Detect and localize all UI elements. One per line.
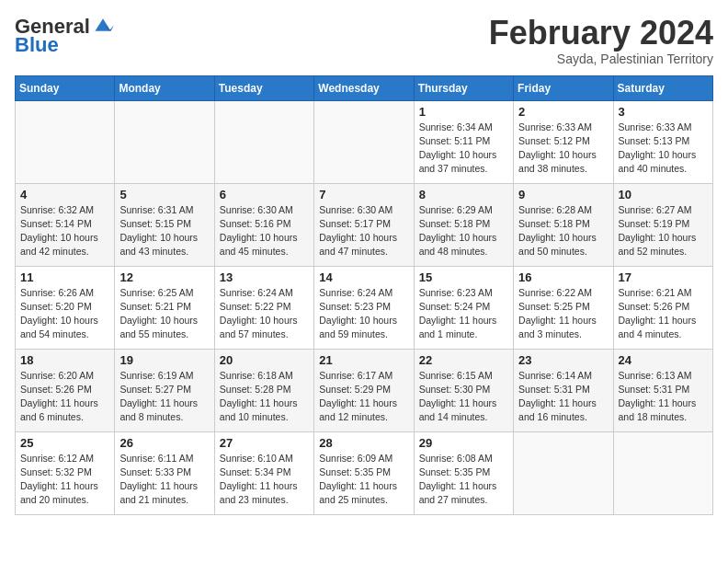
day-info: Sunrise: 6:21 AM Sunset: 5:26 PM Dayligh… bbox=[619, 286, 708, 342]
day-number: 13 bbox=[220, 270, 309, 284]
day-number: 21 bbox=[319, 353, 408, 367]
day-number: 28 bbox=[319, 436, 408, 450]
day-info: Sunrise: 6:29 AM Sunset: 5:18 PM Dayligh… bbox=[419, 203, 508, 259]
calendar-cell bbox=[214, 100, 313, 183]
day-number: 29 bbox=[419, 436, 508, 450]
day-number: 4 bbox=[20, 188, 109, 201]
day-info: Sunrise: 6:24 AM Sunset: 5:23 PM Dayligh… bbox=[319, 286, 408, 342]
day-info: Sunrise: 6:28 AM Sunset: 5:18 PM Dayligh… bbox=[518, 203, 608, 259]
calendar-cell: 10Sunrise: 6:27 AM Sunset: 5:19 PM Dayli… bbox=[613, 183, 712, 266]
day-info: Sunrise: 6:33 AM Sunset: 5:12 PM Dayligh… bbox=[518, 121, 608, 177]
calendar-cell: 13Sunrise: 6:24 AM Sunset: 5:22 PM Dayli… bbox=[214, 266, 313, 349]
calendar-table: SundayMondayTuesdayWednesdayThursdayFrid… bbox=[15, 75, 713, 515]
calendar-cell: 12Sunrise: 6:25 AM Sunset: 5:21 PM Dayli… bbox=[115, 266, 214, 349]
calendar-cell: 22Sunrise: 6:15 AM Sunset: 5:30 PM Dayli… bbox=[414, 349, 513, 431]
calendar-cell: 9Sunrise: 6:28 AM Sunset: 5:18 PM Daylig… bbox=[514, 183, 613, 266]
day-info: Sunrise: 6:27 AM Sunset: 5:19 PM Dayligh… bbox=[619, 203, 708, 259]
calendar-cell: 23Sunrise: 6:14 AM Sunset: 5:31 PM Dayli… bbox=[514, 349, 613, 431]
calendar-cell: 20Sunrise: 6:18 AM Sunset: 5:28 PM Dayli… bbox=[214, 349, 313, 431]
calendar-cell: 5Sunrise: 6:31 AM Sunset: 5:15 PM Daylig… bbox=[115, 183, 214, 266]
calendar-cell: 18Sunrise: 6:20 AM Sunset: 5:26 PM Dayli… bbox=[16, 349, 115, 431]
title-area: February 2024 Sayda, Palestinian Territo… bbox=[489, 15, 713, 66]
day-info: Sunrise: 6:20 AM Sunset: 5:26 PM Dayligh… bbox=[20, 369, 109, 425]
calendar-cell: 17Sunrise: 6:21 AM Sunset: 5:26 PM Dayli… bbox=[613, 266, 712, 349]
month-title: February 2024 bbox=[489, 15, 713, 52]
dow-header-friday: Friday bbox=[514, 75, 613, 100]
location-subtitle: Sayda, Palestinian Territory bbox=[489, 52, 713, 66]
day-number: 26 bbox=[119, 436, 209, 450]
day-number: 22 bbox=[419, 353, 508, 367]
day-number: 15 bbox=[419, 270, 508, 284]
day-info: Sunrise: 6:19 AM Sunset: 5:27 PM Dayligh… bbox=[119, 369, 209, 425]
day-number: 5 bbox=[119, 188, 209, 201]
calendar-cell: 26Sunrise: 6:11 AM Sunset: 5:33 PM Dayli… bbox=[115, 431, 214, 514]
logo-icon bbox=[92, 17, 114, 33]
day-info: Sunrise: 6:30 AM Sunset: 5:17 PM Dayligh… bbox=[319, 203, 408, 259]
dow-header-thursday: Thursday bbox=[414, 75, 513, 100]
day-number: 3 bbox=[619, 105, 708, 119]
day-number: 16 bbox=[518, 270, 608, 284]
calendar-cell: 16Sunrise: 6:22 AM Sunset: 5:25 PM Dayli… bbox=[514, 266, 613, 349]
calendar-cell bbox=[115, 100, 214, 183]
calendar-cell: 6Sunrise: 6:30 AM Sunset: 5:16 PM Daylig… bbox=[214, 183, 313, 266]
day-info: Sunrise: 6:24 AM Sunset: 5:22 PM Dayligh… bbox=[220, 286, 309, 342]
calendar-cell: 3Sunrise: 6:33 AM Sunset: 5:13 PM Daylig… bbox=[613, 100, 712, 183]
dow-header-monday: Monday bbox=[115, 75, 214, 100]
day-number: 27 bbox=[220, 436, 309, 450]
day-number: 8 bbox=[419, 188, 508, 201]
day-number: 1 bbox=[419, 105, 508, 119]
day-info: Sunrise: 6:12 AM Sunset: 5:32 PM Dayligh… bbox=[20, 452, 109, 508]
day-info: Sunrise: 6:18 AM Sunset: 5:28 PM Dayligh… bbox=[220, 369, 309, 425]
day-info: Sunrise: 6:09 AM Sunset: 5:35 PM Dayligh… bbox=[319, 452, 408, 508]
day-number: 2 bbox=[518, 105, 608, 119]
calendar-cell: 14Sunrise: 6:24 AM Sunset: 5:23 PM Dayli… bbox=[314, 266, 414, 349]
calendar-cell: 7Sunrise: 6:30 AM Sunset: 5:17 PM Daylig… bbox=[314, 183, 414, 266]
day-number: 10 bbox=[619, 188, 708, 201]
calendar-cell bbox=[514, 431, 613, 514]
day-info: Sunrise: 6:25 AM Sunset: 5:21 PM Dayligh… bbox=[119, 286, 209, 342]
calendar-cell: 2Sunrise: 6:33 AM Sunset: 5:12 PM Daylig… bbox=[514, 100, 613, 183]
day-number: 6 bbox=[220, 188, 309, 201]
day-info: Sunrise: 6:11 AM Sunset: 5:33 PM Dayligh… bbox=[119, 452, 209, 508]
calendar-cell bbox=[613, 431, 712, 514]
calendar-cell bbox=[16, 100, 115, 183]
calendar-cell bbox=[314, 100, 414, 183]
day-info: Sunrise: 6:22 AM Sunset: 5:25 PM Dayligh… bbox=[518, 286, 608, 342]
dow-header-sunday: Sunday bbox=[16, 75, 115, 100]
day-info: Sunrise: 6:34 AM Sunset: 5:11 PM Dayligh… bbox=[419, 121, 508, 177]
logo-blue-text: Blue bbox=[15, 33, 59, 57]
day-number: 9 bbox=[518, 188, 608, 201]
day-number: 17 bbox=[619, 270, 708, 284]
page-header: General Blue February 2024 Sayda, Palest… bbox=[15, 15, 713, 66]
dow-header-tuesday: Tuesday bbox=[214, 75, 313, 100]
calendar-cell: 24Sunrise: 6:13 AM Sunset: 5:31 PM Dayli… bbox=[613, 349, 712, 431]
day-number: 14 bbox=[319, 270, 408, 284]
day-info: Sunrise: 6:26 AM Sunset: 5:20 PM Dayligh… bbox=[20, 286, 109, 342]
day-number: 24 bbox=[619, 353, 708, 367]
dow-header-wednesday: Wednesday bbox=[314, 75, 414, 100]
day-number: 12 bbox=[119, 270, 209, 284]
day-info: Sunrise: 6:10 AM Sunset: 5:34 PM Dayligh… bbox=[220, 452, 309, 508]
day-info: Sunrise: 6:23 AM Sunset: 5:24 PM Dayligh… bbox=[419, 286, 508, 342]
day-info: Sunrise: 6:13 AM Sunset: 5:31 PM Dayligh… bbox=[619, 369, 708, 425]
day-number: 7 bbox=[319, 188, 408, 201]
day-info: Sunrise: 6:08 AM Sunset: 5:35 PM Dayligh… bbox=[419, 452, 508, 508]
day-info: Sunrise: 6:31 AM Sunset: 5:15 PM Dayligh… bbox=[119, 203, 209, 259]
day-number: 11 bbox=[20, 270, 109, 284]
calendar-cell: 25Sunrise: 6:12 AM Sunset: 5:32 PM Dayli… bbox=[16, 431, 115, 514]
day-info: Sunrise: 6:15 AM Sunset: 5:30 PM Dayligh… bbox=[419, 369, 508, 425]
calendar-cell: 11Sunrise: 6:26 AM Sunset: 5:20 PM Dayli… bbox=[16, 266, 115, 349]
day-info: Sunrise: 6:14 AM Sunset: 5:31 PM Dayligh… bbox=[518, 369, 608, 425]
day-number: 19 bbox=[119, 353, 209, 367]
calendar-cell: 27Sunrise: 6:10 AM Sunset: 5:34 PM Dayli… bbox=[214, 431, 313, 514]
day-info: Sunrise: 6:30 AM Sunset: 5:16 PM Dayligh… bbox=[220, 203, 309, 259]
day-info: Sunrise: 6:33 AM Sunset: 5:13 PM Dayligh… bbox=[619, 121, 708, 177]
calendar-cell: 15Sunrise: 6:23 AM Sunset: 5:24 PM Dayli… bbox=[414, 266, 513, 349]
calendar-cell: 21Sunrise: 6:17 AM Sunset: 5:29 PM Dayli… bbox=[314, 349, 414, 431]
calendar-cell: 1Sunrise: 6:34 AM Sunset: 5:11 PM Daylig… bbox=[414, 100, 513, 183]
day-number: 25 bbox=[20, 436, 109, 450]
day-info: Sunrise: 6:17 AM Sunset: 5:29 PM Dayligh… bbox=[319, 369, 408, 425]
logo: General Blue bbox=[15, 15, 114, 57]
day-number: 18 bbox=[20, 353, 109, 367]
calendar-cell: 19Sunrise: 6:19 AM Sunset: 5:27 PM Dayli… bbox=[115, 349, 214, 431]
